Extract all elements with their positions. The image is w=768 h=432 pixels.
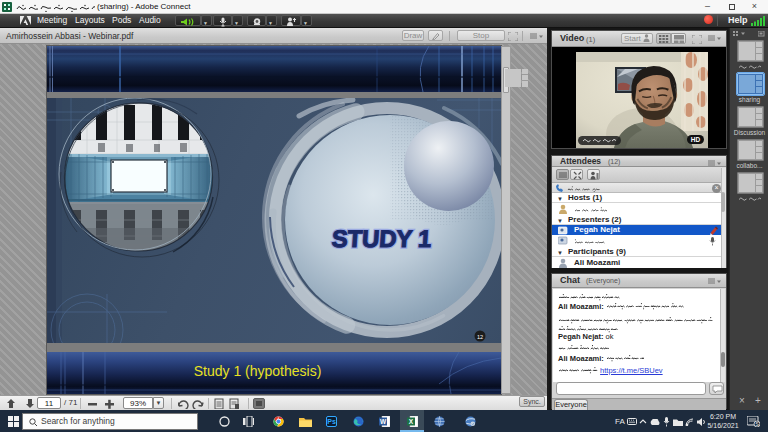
svg-text:X: X <box>409 418 414 425</box>
svg-text:12: 12 <box>477 334 483 340</box>
svg-text:S: S <box>755 421 759 427</box>
svg-text:STUDY 1: STUDY 1 <box>331 225 432 252</box>
svg-text:HD: HD <box>691 136 701 143</box>
svg-text:W: W <box>380 418 387 425</box>
